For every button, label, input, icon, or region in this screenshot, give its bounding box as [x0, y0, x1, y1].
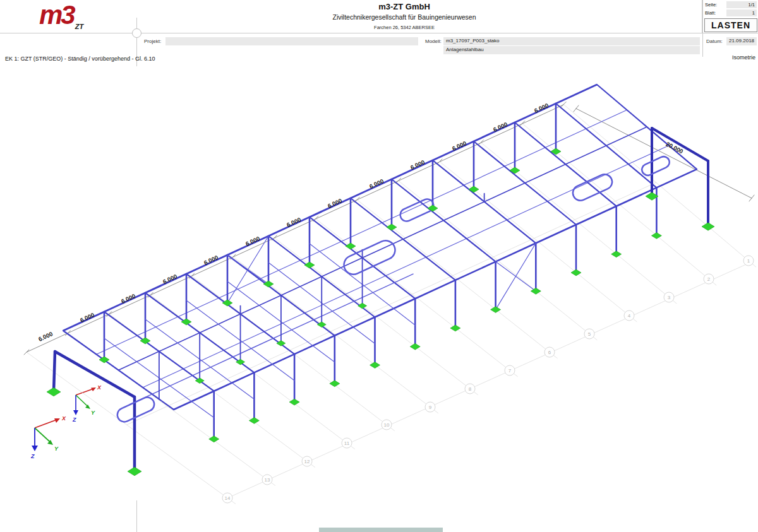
support-pad [428, 205, 438, 211]
support-pad [491, 307, 501, 313]
support-pad [702, 223, 714, 230]
support-pad [651, 232, 661, 239]
support-pad [209, 436, 219, 442]
support-pad [249, 417, 259, 423]
support-pad [387, 224, 397, 230]
support-pad [469, 186, 479, 192]
support-pad [128, 467, 141, 476]
support-pad [47, 387, 61, 396]
svg-text:Z: Z [30, 453, 35, 459]
support-pad [346, 243, 356, 249]
support-pad [370, 362, 380, 369]
user-axes-icon: X Y Z [30, 415, 66, 459]
support-pad [330, 381, 340, 387]
svg-text:Z: Z [72, 417, 76, 423]
svg-text:X: X [97, 384, 102, 391]
svg-text:Y: Y [91, 410, 95, 416]
support-pad [571, 269, 581, 276]
support-pad [410, 343, 420, 350]
support-pad [450, 325, 460, 331]
pipe-loop [640, 155, 671, 177]
print-page: m3ZT m3-ZT GmbH Ziviltechnikergesellscha… [0, 0, 758, 532]
support-pad [289, 399, 299, 405]
svg-text:X: X [61, 415, 66, 422]
support-pad [304, 262, 315, 268]
model-viewport[interactable]: X Y Z X Y Z [0, 0, 758, 532]
svg-text:Y: Y [54, 446, 59, 452]
support-pad [611, 251, 622, 257]
